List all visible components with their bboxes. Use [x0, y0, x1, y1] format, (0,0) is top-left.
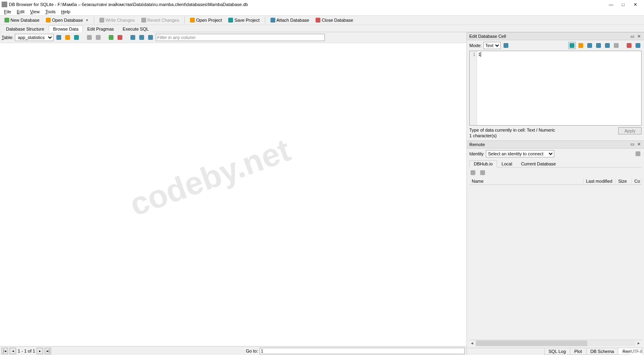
- import-icon[interactable]: [568, 42, 576, 49]
- col-commit[interactable]: Co: [632, 178, 642, 184]
- close-db-label: Close Database: [322, 18, 353, 23]
- identity-select[interactable]: Select an identity to connect: [486, 150, 554, 157]
- bottom-tab-dbschema[interactable]: DB Schema: [586, 348, 619, 355]
- record-navigation: |◂ ◂ 1 - 1 of 1 ▸ ▸| Go to:: [0, 346, 466, 355]
- bottom-tab-sqllog[interactable]: SQL Log: [544, 348, 570, 355]
- remote-refresh-icon[interactable]: [469, 169, 477, 176]
- menu-file[interactable]: File: [2, 9, 14, 14]
- text-cursor: [481, 52, 481, 57]
- remote-list[interactable]: Name Last modified Size Co: [469, 178, 642, 340]
- tab-edit-pragmas[interactable]: Edit Pragmas: [83, 25, 118, 32]
- identity-settings-icon[interactable]: [634, 150, 642, 157]
- open-project-button[interactable]: Open Project: [187, 17, 225, 23]
- save-project-icon: [228, 18, 233, 23]
- revert-changes-button: Revert Changes: [138, 17, 182, 23]
- edit-cell-header: Edit Database Cell ▭ ✕: [467, 32, 644, 40]
- nav-last-button[interactable]: ▸|: [45, 348, 51, 354]
- menu-tools[interactable]: Tools: [43, 9, 58, 14]
- undock-icon[interactable]: ▭: [630, 33, 635, 39]
- nav-next-button[interactable]: ▸: [37, 348, 43, 354]
- attach-database-button[interactable]: Attach Database: [268, 17, 312, 23]
- edit-cell-footer: Type of data currently in cell: Text / N…: [469, 127, 642, 139]
- scroll-track[interactable]: [476, 341, 635, 346]
- close-database-button[interactable]: Close Database: [313, 17, 356, 23]
- open-project-label: Open Project: [196, 18, 222, 23]
- col-name[interactable]: Name: [469, 178, 584, 184]
- clear-filters-icon[interactable]: [64, 34, 71, 41]
- edit-cell-body: Mode: Text 1 1: [467, 40, 644, 140]
- revert-icon: [141, 18, 146, 23]
- cell-editor[interactable]: 1 1: [469, 51, 642, 126]
- scroll-right-icon[interactable]: ▸: [636, 341, 642, 346]
- export-file-icon[interactable]: [577, 42, 584, 49]
- erase-icon[interactable]: [625, 42, 633, 49]
- nav-first-button[interactable]: |◂: [2, 348, 8, 354]
- cell-type-info: Type of data currently in cell: Text / N…: [469, 127, 618, 133]
- toolbar-separator: [184, 17, 185, 24]
- copy-icon[interactable]: [595, 42, 602, 49]
- remote-hscrollbar[interactable]: ◂ ▸: [469, 340, 642, 346]
- insert-record-icon[interactable]: [107, 34, 115, 41]
- minimize-button[interactable]: —: [609, 2, 613, 7]
- toolbar-separator: [265, 17, 265, 24]
- table-select[interactable]: app_statistics: [15, 34, 54, 41]
- menu-view[interactable]: View: [28, 9, 42, 14]
- refresh-icon[interactable]: [55, 34, 62, 41]
- tab-browse-data[interactable]: Browse Data: [49, 25, 83, 32]
- scroll-left-icon[interactable]: ◂: [469, 341, 475, 346]
- delete-record-icon[interactable]: [116, 34, 124, 41]
- edit-cell-title: Edit Database Cell: [469, 34, 629, 39]
- remote-tab-current[interactable]: Current Database: [516, 160, 560, 167]
- scroll-thumb[interactable]: [476, 341, 587, 346]
- replace-icon[interactable]: [138, 34, 145, 41]
- close-button[interactable]: ✕: [633, 2, 638, 7]
- save-project-button[interactable]: Save Project: [225, 17, 262, 23]
- new-db-label: New Database: [10, 18, 39, 23]
- chevron-down-icon[interactable]: ▼: [85, 19, 89, 22]
- clear-icon[interactable]: [613, 42, 620, 49]
- remote-tab-dbhub[interactable]: DBHub.io: [469, 160, 497, 167]
- open-database-button[interactable]: Open Database▼: [43, 17, 91, 23]
- autoformat-icon[interactable]: [502, 42, 510, 49]
- save-filter-icon[interactable]: [73, 34, 80, 41]
- remote-tab-local[interactable]: Local: [497, 160, 516, 167]
- tab-execute-sql[interactable]: Execute SQL: [118, 25, 153, 32]
- mode-select[interactable]: Text: [483, 42, 501, 49]
- goto-input[interactable]: [260, 348, 465, 354]
- nav-prev-button[interactable]: ◂: [10, 348, 16, 354]
- right-pane: Edit Database Cell ▭ ✕ Mode: Text: [467, 32, 644, 355]
- tab-database-structure[interactable]: Database Structure: [2, 25, 49, 32]
- menu-edit[interactable]: Edit: [14, 9, 27, 14]
- write-icon: [99, 18, 104, 23]
- new-database-button[interactable]: New Database: [2, 17, 42, 23]
- col-lastmod[interactable]: Last modified: [584, 178, 616, 184]
- null-icon[interactable]: [586, 42, 593, 49]
- col-size[interactable]: Size: [616, 178, 632, 184]
- paste-icon[interactable]: [604, 42, 611, 49]
- window-controls: — □ ✕: [604, 2, 642, 7]
- title-bar: DB Browser for SQLite - F:\Мамба – безко…: [0, 0, 644, 9]
- editor-textarea[interactable]: 1: [477, 51, 641, 125]
- attach-label: Attach Database: [277, 18, 309, 23]
- editor-gutter: 1: [470, 51, 477, 125]
- undock-remote-icon[interactable]: ▭: [630, 142, 635, 147]
- open-db-icon: [46, 18, 51, 23]
- goto-icon[interactable]: [147, 34, 154, 41]
- find-icon[interactable]: [129, 34, 136, 41]
- table-label: Table:: [2, 35, 13, 40]
- app-icon: [2, 2, 7, 7]
- close-db-icon: [316, 18, 320, 23]
- filter-any-column-input[interactable]: [156, 34, 325, 41]
- remote-push-icon[interactable]: [479, 169, 486, 176]
- print-cell-icon[interactable]: [634, 42, 642, 49]
- export-icon[interactable]: [95, 34, 102, 41]
- apply-button[interactable]: Apply: [618, 127, 642, 134]
- maximize-button[interactable]: □: [621, 2, 625, 7]
- close-panel-icon[interactable]: ✕: [636, 33, 642, 39]
- close-remote-icon[interactable]: ✕: [636, 142, 642, 147]
- print-icon[interactable]: [86, 34, 93, 41]
- menu-help[interactable]: Help: [59, 9, 73, 14]
- save-project-label: Save Project: [234, 18, 259, 23]
- bottom-tab-plot[interactable]: Plot: [570, 348, 586, 355]
- new-db-icon: [4, 18, 9, 23]
